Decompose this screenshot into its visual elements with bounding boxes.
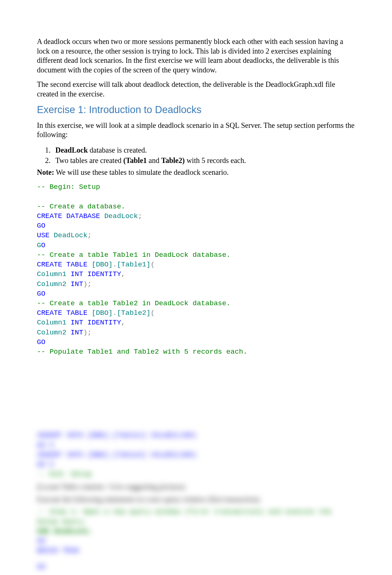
- code-ident: DeadLock: [100, 212, 138, 220]
- list-item: DeadLock database is created.: [52, 145, 355, 155]
- code-punct: ,: [121, 270, 125, 278]
- blurred-code-line: INSERT INTO [DBO].[Table1] VALUES(100): [37, 431, 355, 440]
- code-ident: Column2: [37, 329, 71, 337]
- blurred-paragraph: Execute the following statements in a ne…: [37, 494, 355, 504]
- code-punct: .: [113, 261, 117, 269]
- blurred-code-line: GO 5: [37, 460, 355, 469]
- exercise-1-list: DeadLock database is created. Two tables…: [52, 145, 355, 166]
- code-punct: (: [151, 261, 155, 269]
- code-keyword: CREATE: [37, 261, 62, 269]
- blurred-code-line: INSERT INTO [DBO].[Table2] VALUES(200): [37, 450, 355, 460]
- code-keyword: INT: [71, 319, 83, 327]
- list-item: Two tables are created (Table1 and Table…: [52, 155, 355, 166]
- code-comment: -- Populate Table1 and Table2 with 5 rec…: [37, 348, 247, 356]
- blurred-preview-region: INSERT INTO [DBO].[Table1] VALUES(100) G…: [37, 431, 355, 572]
- code-punct: ;: [87, 231, 92, 239]
- text: database is created.: [88, 146, 147, 154]
- note-text: We will use these tables to simulate the…: [54, 168, 229, 176]
- code-ident: [Table2]: [117, 309, 151, 317]
- code-punct: .: [113, 309, 117, 317]
- code-comment: -- Begin: Setup: [37, 183, 100, 191]
- exercise-1-intro: In this exercise, we will look at a simp…: [37, 121, 355, 140]
- code-comment: -- Create a table Table2 in DeadLock dat…: [37, 299, 231, 307]
- blurred-code-line: GO: [37, 536, 355, 546]
- code-keyword: G: [37, 241, 41, 249]
- code-keyword: CREATE: [37, 309, 62, 317]
- code-keyword: INT: [71, 280, 83, 288]
- code-ident: [Table1]: [117, 261, 151, 269]
- blurred-code-line: BEGIN TRAN: [37, 546, 355, 555]
- blurred-code-line: -- End: Setup: [37, 469, 355, 479]
- code-keyword: IDENTITY: [83, 270, 121, 278]
- text: and: [147, 156, 161, 164]
- blurred-code-line: GO: [37, 562, 355, 572]
- bold-text: (Table1: [123, 156, 147, 164]
- text: with 5 records each.: [185, 156, 246, 164]
- code-ident: DeadLock: [49, 231, 87, 239]
- code-punct: ,: [121, 319, 125, 327]
- code-ident: Column1: [37, 319, 71, 327]
- sql-code-block: -- Begin: Setup -- Create a database. CR…: [37, 182, 355, 357]
- blurred-code-line: GO 5: [37, 440, 355, 450]
- blurred-code-line: -- Step 1: Open a new query window (firs…: [37, 507, 355, 526]
- code-keyword: DATABASE: [62, 212, 100, 220]
- code-keyword: IDENTITY: [83, 319, 121, 327]
- code-ident: Column1: [37, 270, 71, 278]
- code-ident: [DBO]: [87, 309, 113, 317]
- note-label: Note:: [37, 168, 54, 176]
- blurred-paragraph: (Locate Table contents / Give suggesting…: [37, 482, 355, 491]
- code-ident: Column2: [37, 280, 71, 288]
- bold-text: DeadLock: [55, 146, 88, 154]
- code-keyword: O: [41, 241, 45, 249]
- code-keyword: GO: [37, 338, 45, 346]
- exercise-1-heading: Exercise 1: Introduction to Deadlocks: [37, 104, 355, 116]
- note-line: Note: We will use these tables to simula…: [37, 168, 355, 177]
- code-keyword: INT: [71, 329, 83, 337]
- code-punct: (: [151, 309, 155, 317]
- code-punct: );: [83, 280, 92, 288]
- intro-paragraph-2: The second exercise will talk about dead…: [37, 80, 355, 99]
- code-keyword: INT: [71, 270, 83, 278]
- code-keyword: GO: [37, 290, 45, 298]
- code-keyword: TABLE: [62, 261, 87, 269]
- code-comment: -- Create a table Table1 in DeadLock dat…: [37, 251, 231, 259]
- code-keyword: TABLE: [62, 309, 87, 317]
- code-punct: ;: [138, 212, 142, 220]
- code-keyword: USE: [37, 231, 49, 239]
- code-keyword: GO: [37, 222, 45, 230]
- bold-text: Table2): [161, 156, 185, 164]
- code-punct: );: [83, 329, 92, 337]
- code-ident: [DBO]: [87, 261, 113, 269]
- intro-paragraph-1: A deadlock occurs when two or more sessi…: [37, 37, 355, 75]
- code-comment: -- Create a database.: [37, 203, 125, 211]
- code-keyword: CREATE: [37, 212, 62, 220]
- blurred-code-line: USE DeadLock;: [37, 527, 355, 536]
- text: Two tables are created: [55, 156, 123, 164]
